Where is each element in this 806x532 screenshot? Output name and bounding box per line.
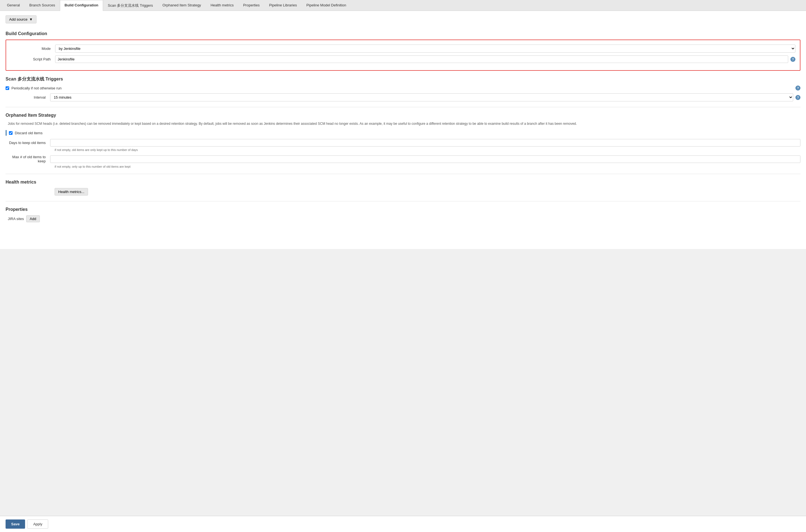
orphaned-description: Jobs for removed SCM heads (i.e. deleted…	[8, 121, 801, 126]
divider-2	[5, 174, 801, 174]
mode-label: Mode	[11, 46, 55, 51]
max-items-label: Max # of old items to keep	[5, 155, 50, 163]
periodically-row: Periodically if not otherwise run ?	[5, 86, 801, 91]
interval-help-icon[interactable]: ?	[795, 95, 801, 100]
mode-select[interactable]: by Jenkinsfile	[55, 44, 795, 53]
days-to-keep-hint: if not empty, old items are only kept up…	[55, 148, 801, 152]
build-configuration-title: Build Configuration	[5, 31, 801, 36]
tab-bar: General Branch Sources Build Configurati…	[0, 0, 806, 11]
script-path-label: Script Path	[11, 57, 55, 61]
apply-button[interactable]: Apply	[27, 519, 48, 529]
jira-label: JIRA sites	[8, 217, 24, 221]
periodically-checkbox[interactable]	[5, 86, 9, 90]
add-source-label: Add source	[9, 17, 27, 21]
tab-scan-triggers[interactable]: Scan 多分支流水线 Triggers	[103, 0, 158, 11]
orphaned-item-strategy-section: Orphaned Item Strategy Jobs for removed …	[5, 113, 801, 168]
orphaned-item-strategy-title: Orphaned Item Strategy	[5, 113, 801, 118]
discard-old-items-checkbox[interactable]	[9, 131, 13, 135]
dropdown-arrow-icon: ▼	[29, 17, 33, 21]
interval-row: Interval 15 minutes ?	[5, 93, 801, 101]
mode-row: Mode by Jenkinsfile	[11, 44, 795, 53]
days-to-keep-control-wrap	[50, 139, 801, 147]
tab-pipeline-libraries[interactable]: Pipeline Libraries	[264, 0, 302, 11]
add-source-button[interactable]: Add source ▼	[5, 15, 37, 23]
script-path-control-wrap: ?	[55, 55, 795, 63]
interval-label: Interval	[5, 95, 50, 99]
tab-health-metrics[interactable]: Health metrics	[206, 0, 238, 11]
main-content: Add source ▼ Build Configuration Mode by…	[0, 11, 806, 249]
build-configuration-section: Build Configuration Mode by Jenkinsfile	[5, 31, 801, 71]
properties-title: Properties	[5, 207, 801, 212]
days-to-keep-row: Days to keep old items	[5, 139, 801, 147]
discard-old-items-row: Discard old items	[5, 130, 801, 136]
days-to-keep-input[interactable]	[50, 139, 801, 147]
days-to-keep-label: Days to keep old items	[5, 141, 50, 145]
scan-triggers-title: Scan 多分支流水线 Triggers	[5, 76, 801, 82]
page-wrapper: General Branch Sources Build Configurati…	[0, 0, 806, 532]
tab-properties[interactable]: Properties	[238, 0, 264, 11]
add-jira-button[interactable]: Add	[26, 215, 40, 222]
properties-section: Properties JIRA sites Add	[5, 207, 801, 222]
script-path-help-icon[interactable]: ?	[790, 57, 795, 62]
build-configuration-box: Mode by Jenkinsfile Script Path ?	[5, 40, 801, 71]
mode-control-wrap: by Jenkinsfile	[55, 44, 795, 53]
jira-row: JIRA sites Add	[8, 215, 801, 222]
tab-branch-sources[interactable]: Branch Sources	[24, 0, 60, 11]
script-path-row: Script Path ?	[11, 55, 795, 63]
max-items-input[interactable]	[50, 155, 801, 163]
blue-indicator	[5, 130, 7, 136]
discard-old-items-label: Discard old items	[15, 131, 43, 135]
script-path-input[interactable]	[55, 55, 788, 63]
max-items-hint: if not empty, only up to this number of …	[55, 165, 801, 168]
max-items-control-wrap	[50, 155, 801, 163]
save-button[interactable]: Save	[5, 519, 25, 529]
tab-pipeline-model-definition[interactable]: Pipeline Model Definition	[302, 0, 351, 11]
interval-select[interactable]: 15 minutes	[50, 93, 793, 101]
bottom-bar: Save Apply	[0, 516, 806, 532]
content-area: Add source ▼ Build Configuration Mode by…	[5, 15, 801, 245]
health-metrics-section: Health metrics Health metrics...	[5, 180, 801, 195]
health-metrics-title: Health metrics	[5, 180, 801, 185]
health-metrics-button[interactable]: Health metrics...	[55, 188, 88, 195]
tab-general[interactable]: General	[2, 0, 24, 11]
periodically-label: Periodically if not otherwise run	[12, 86, 61, 90]
divider-3	[5, 201, 801, 202]
periodically-help-icon[interactable]: ?	[795, 86, 801, 91]
scan-triggers-section: Scan 多分支流水线 Triggers Periodically if not…	[5, 76, 801, 101]
tab-build-configuration[interactable]: Build Configuration	[60, 0, 103, 11]
interval-control-wrap: 15 minutes ?	[50, 93, 801, 101]
tab-orphaned-item-strategy[interactable]: Orphaned Item Strategy	[158, 0, 206, 11]
divider-1	[5, 107, 801, 107]
max-items-row: Max # of old items to keep	[5, 155, 801, 163]
